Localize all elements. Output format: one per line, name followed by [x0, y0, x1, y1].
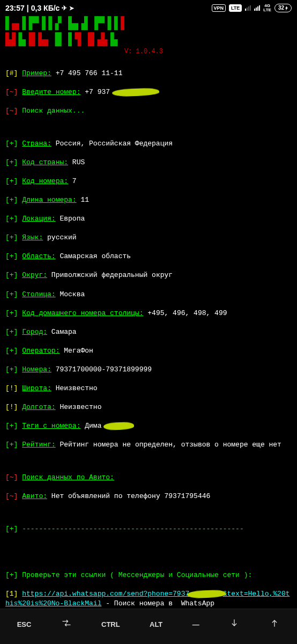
link-1: [1] https://api.whatsapp.com/send?phone=… [5, 589, 292, 608]
line-input-prompt: [~] Введите номер: +7 937 [5, 87, 292, 97]
field-range: [+] Номера: 79371700000-79371899999 [5, 365, 292, 375]
network-gen: 4G LTE [263, 4, 271, 12]
line-example: [#] Пример: +7 495 766 11-11 [5, 69, 292, 78]
bolt-icon [285, 6, 288, 11]
redacted [114, 87, 156, 97]
redacted [106, 421, 131, 431]
avito-search: [~] Поиск данных по Авито: [5, 473, 292, 482]
net-speed: 0,3 КБ/с [31, 3, 60, 13]
battery-indicator: 32 [274, 4, 292, 12]
field-operator: [+] Оператор: МегаФон [5, 346, 292, 356]
field-location: [+] Локация: Европа [5, 214, 292, 224]
root-icon: ✈ [62, 4, 67, 12]
app-logo: ▌▄▐▐▀▐▐▗▘▐▄▗▌▐▀▐▐▐ ▙▌▙▐▌▙▖▐▌▐▝▌▐▌▟▖▙ [0, 14, 297, 47]
separator: | [27, 3, 29, 13]
status-left: 23:57 | 0,3 КБ/с ✈ ➤ [5, 3, 74, 13]
key-dash[interactable]: — [189, 618, 203, 632]
arrow-icon: ➤ [69, 4, 74, 12]
vpn-badge: VPN [212, 4, 226, 12]
links-heading: [+] Проверьте эти ссылки ( Мессенджеры и… [5, 570, 292, 580]
status-bar: 23:57 | 0,3 КБ/с ✈ ➤ VPN LTE 4G LTE 32 [0, 0, 297, 14]
field-country-code: [+] Код страны: RUS [5, 158, 292, 167]
key-up-icon[interactable] [266, 616, 283, 633]
field-tags: [+] Теги с номера: Дима [5, 421, 292, 431]
terminal-output: [#] Пример: +7 495 766 11-11 [~] Введите… [0, 59, 297, 644]
field-rating: [+] Рейтинг: Рейтинг номера не определен… [5, 440, 292, 450]
keyboard-accessory: ESC CTRL ALT — [0, 609, 297, 644]
field-capital: [+] Столица: Москва [5, 290, 292, 299]
lte-badge: LTE [229, 4, 242, 12]
field-num-code: [+] Код номера: 7 [5, 177, 292, 186]
field-lat: [!] Широта: Неизвестно [5, 384, 292, 393]
signal-1-icon [245, 5, 251, 11]
field-city: [+] Город: Самара [5, 327, 292, 337]
redacted [189, 589, 222, 599]
field-num-len: [+] Длина номера: 11 [5, 195, 292, 205]
avito-result: [~] Авито: Нет объявлений по телефону 79… [5, 492, 292, 501]
field-lon: [!] Долгота: Неизвестно [5, 402, 292, 412]
field-lang: [+] Язык: русский [5, 233, 292, 243]
app-version: V: 1.0.4.3 [124, 47, 297, 59]
line-searching: [~] Поиск данных... [5, 106, 292, 116]
field-oblast: [+] Область: Самарская область [5, 252, 292, 261]
key-ctrl[interactable]: CTRL [98, 618, 123, 632]
key-tab-icon[interactable] [58, 616, 75, 633]
signal-2-icon [254, 5, 260, 11]
field-okrug: [+] Округ: Приволжский федеральный округ [5, 270, 292, 280]
field-home-code: [+] Код домашнего номера столицы: +495, … [5, 309, 292, 318]
field-country: [+] Страна: Россия, Российская Федерация [5, 139, 292, 149]
clock: 23:57 [5, 3, 25, 13]
status-right: VPN LTE 4G LTE 32 [212, 4, 292, 12]
key-alt[interactable]: ALT [146, 618, 166, 632]
divider: [+] ------------------------------------… [5, 524, 292, 534]
key-esc[interactable]: ESC [14, 618, 35, 632]
key-down-icon[interactable] [226, 616, 243, 633]
